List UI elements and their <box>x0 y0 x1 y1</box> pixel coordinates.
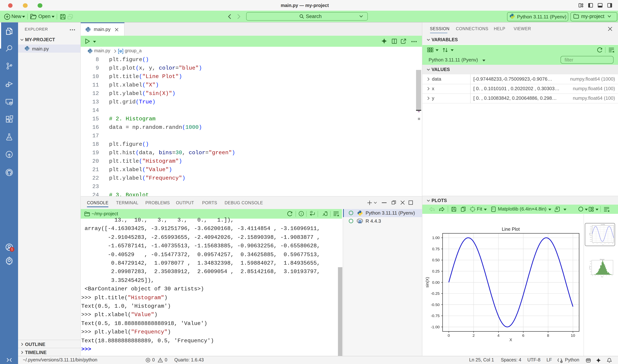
svg-text:-2: -2 <box>598 275 598 276</box>
svg-text:0.00: 0.00 <box>590 233 592 234</box>
svg-text:0.75: 0.75 <box>590 228 592 229</box>
svg-text:-0.75: -0.75 <box>431 313 440 318</box>
svg-text:8: 8 <box>547 333 549 338</box>
svg-text:-0.50: -0.50 <box>590 237 592 238</box>
svg-text:X: X <box>509 338 512 342</box>
svg-text:Line Plot: Line Plot <box>502 227 520 232</box>
svg-text:c: c <box>310 213 311 216</box>
svg-text:Frequency: Frequency <box>589 266 590 270</box>
svg-text:-0.75: -0.75 <box>590 239 592 240</box>
svg-text:0.50: 0.50 <box>432 258 440 262</box>
svg-text:20: 20 <box>590 271 591 272</box>
svg-text:Histogram: Histogram <box>600 259 604 260</box>
svg-text:-1: -1 <box>601 275 601 276</box>
svg-text:2: 2 <box>473 333 475 338</box>
svg-text:-3: -3 <box>595 275 595 276</box>
svg-text:10: 10 <box>612 243 613 244</box>
svg-text:-1.00: -1.00 <box>590 241 592 242</box>
svg-text:40: 40 <box>590 269 591 270</box>
svg-text:1.00: 1.00 <box>590 226 592 227</box>
svg-text:100: 100 <box>590 261 591 262</box>
svg-text:4: 4 <box>497 333 499 338</box>
svg-text:-1.00: -1.00 <box>431 325 440 329</box>
svg-text:0: 0 <box>448 333 450 338</box>
svg-text:0.75: 0.75 <box>432 247 440 251</box>
svg-text:sin(X): sin(X) <box>589 233 590 235</box>
svg-text:1.00: 1.00 <box>432 235 440 240</box>
svg-text:80: 80 <box>590 263 591 264</box>
svg-text:-4: -4 <box>592 275 593 276</box>
svg-text:60: 60 <box>590 266 591 267</box>
svg-text:Line Plot: Line Plot <box>601 224 605 225</box>
svg-text:Value: Value <box>601 276 603 277</box>
svg-text:R: R <box>358 219 361 224</box>
svg-text:sin(X): sin(X) <box>425 277 429 287</box>
svg-text:6: 6 <box>522 333 524 338</box>
svg-text:-0.25: -0.25 <box>590 235 592 236</box>
svg-text:0.25: 0.25 <box>590 232 592 233</box>
svg-text:0.00: 0.00 <box>432 280 440 285</box>
svg-text:0.25: 0.25 <box>432 269 440 273</box>
svg-text:-0.25: -0.25 <box>431 291 440 296</box>
svg-text:0.50: 0.50 <box>590 230 592 230</box>
svg-text:-0.50: -0.50 <box>431 302 440 307</box>
svg-text:10: 10 <box>571 333 575 338</box>
